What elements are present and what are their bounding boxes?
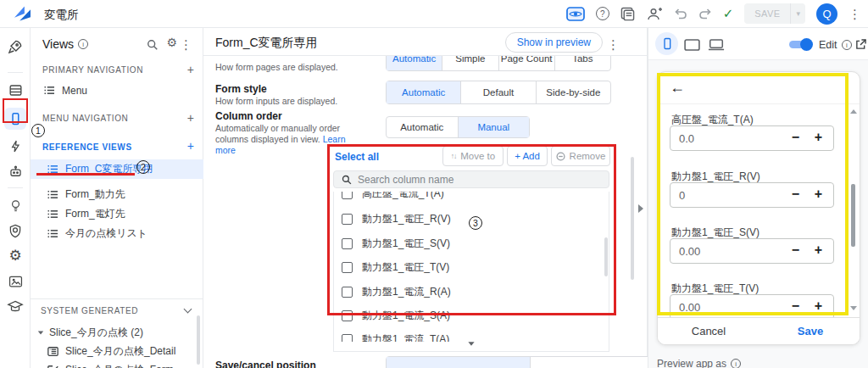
undo-icon[interactable]: [674, 8, 687, 20]
column-row[interactable]: 高圧盤_電流_T(A): [334, 192, 609, 205]
option-side-by-side[interactable]: Side-by-side: [537, 81, 610, 103]
desktop-device-button[interactable]: [708, 39, 725, 51]
option-default[interactable]: Default: [461, 81, 536, 103]
view-item-slice-form[interactable]: Slice_今月の点検_Form: [31, 360, 203, 368]
remove-column-button[interactable]: Remove: [551, 146, 610, 166]
automation-bot-icon[interactable]: [6, 162, 25, 181]
preview-scrollbar[interactable]: [851, 184, 855, 247]
option-automatic[interactable]: Automatic: [387, 56, 442, 70]
expand-group-icon[interactable]: [38, 332, 43, 335]
column-row[interactable]: 動力盤1_電流_R(A): [334, 280, 609, 304]
view-item-form-light[interactable]: Form_電灯先: [31, 204, 203, 224]
option-simple[interactable]: Simple: [442, 56, 498, 70]
column-list-scrollbar[interactable]: [604, 237, 608, 276]
column-row[interactable]: 動力盤1_電圧_S(V): [334, 231, 609, 255]
open-in-new-icon[interactable]: [855, 39, 866, 50]
scroll-up-icon[interactable]: [850, 109, 857, 114]
select-all-link[interactable]: Select all: [335, 151, 379, 163]
increment-icon[interactable]: +: [815, 130, 822, 145]
option-automatic[interactable]: Automatic: [387, 117, 459, 137]
show-in-preview-button[interactable]: Show in preview: [505, 32, 603, 53]
decrement-icon[interactable]: −: [792, 187, 799, 202]
option-automatic[interactable]: Automatic: [387, 81, 461, 103]
column-row[interactable]: 動力盤1_電圧_R(V): [334, 207, 609, 231]
preview-eye-icon[interactable]: [566, 7, 585, 21]
redo-icon[interactable]: [698, 8, 712, 20]
option-manual[interactable]: Manual: [459, 117, 530, 137]
decrement-icon[interactable]: −: [792, 243, 799, 258]
option-tabs[interactable]: Tabs: [555, 56, 610, 70]
get-started-icon[interactable]: [6, 37, 25, 56]
preview-app-as[interactable]: Preview app as i: [657, 358, 741, 368]
collapse-system-generated-icon[interactable]: [184, 305, 192, 314]
option-page-count[interactable]: Page Count: [499, 56, 555, 70]
view-item-slice-detail[interactable]: Slice_今月の点検_Detail: [31, 342, 203, 361]
cancel-button[interactable]: Cancel: [658, 318, 760, 344]
move-to-button[interactable]: ↑↓ Move to: [442, 146, 504, 166]
slice-group[interactable]: Slice_今月の点検 (2): [31, 323, 203, 343]
views-settings-icon[interactable]: ⚙: [166, 36, 177, 48]
data-icon[interactable]: [6, 81, 25, 99]
checkbox[interactable]: [342, 262, 353, 273]
phone-device-button[interactable]: [655, 32, 678, 55]
search-icon: [342, 175, 352, 185]
views-search-icon[interactable]: [147, 39, 159, 51]
list-expand-button[interactable]: [334, 342, 609, 351]
number-field[interactable]: 0.00 − +: [670, 238, 834, 264]
settings-more-icon[interactable]: ⋮: [607, 38, 620, 51]
back-arrow-icon[interactable]: ←: [670, 79, 685, 97]
column-row[interactable]: 動力盤1_電圧_T(V): [334, 255, 609, 279]
save-button[interactable]: SAVE ▾: [744, 3, 805, 24]
decrement-icon[interactable]: −: [792, 130, 799, 145]
learn-icon[interactable]: [6, 298, 25, 316]
views-more-icon[interactable]: ⋮: [180, 38, 192, 51]
increment-icon[interactable]: +: [815, 187, 822, 202]
checkbox[interactable]: [342, 214, 353, 225]
views-scrollbar[interactable]: [197, 315, 200, 365]
view-item-monthly-list[interactable]: 今月の点検リスト: [31, 224, 203, 243]
manage-icon[interactable]: [6, 272, 25, 291]
checkbox[interactable]: [342, 287, 353, 298]
column-row[interactable]: 動力盤1_電流_S(A): [334, 304, 609, 327]
view-item-form-power[interactable]: Form_動力先: [31, 185, 203, 204]
account-avatar[interactable]: Q: [816, 3, 837, 25]
decrement-icon[interactable]: −: [792, 298, 799, 314]
main-scrollbar[interactable]: [631, 157, 634, 280]
add-reference-view-button[interactable]: +: [187, 140, 194, 152]
number-field[interactable]: 0.0 − +: [670, 125, 834, 151]
edit-toggle[interactable]: [787, 39, 813, 50]
intelligence-icon[interactable]: [6, 196, 25, 215]
edit-info-icon[interactable]: i: [842, 40, 852, 50]
view-item-menu[interactable]: Menu: [31, 81, 203, 100]
scroll-down-icon[interactable]: [850, 306, 857, 310]
checkbox[interactable]: [342, 192, 353, 199]
more-options-icon[interactable]: ⋮: [849, 8, 861, 20]
security-icon[interactable]: [6, 221, 25, 240]
option-1[interactable]: [387, 357, 531, 368]
collapse-preview-arrow[interactable]: [638, 204, 643, 213]
list-view-icon: [44, 86, 55, 95]
share-add-user-icon[interactable]: [646, 8, 663, 20]
add-column-button[interactable]: + Add: [507, 146, 548, 166]
remove-circle-icon: [556, 152, 565, 161]
checkbox[interactable]: [342, 238, 353, 249]
views-icon-selected[interactable]: [4, 108, 26, 130]
settings-icon[interactable]: ⚙: [6, 246, 25, 265]
add-primary-view-button[interactable]: +: [187, 64, 194, 75]
checkbox[interactable]: [342, 310, 353, 321]
option-2[interactable]: [531, 357, 648, 368]
views-info-icon[interactable]: i: [78, 39, 88, 49]
form-save-button[interactable]: Save: [760, 318, 860, 344]
help-icon[interactable]: ?: [596, 7, 609, 20]
increment-icon[interactable]: +: [815, 243, 822, 258]
column-search-input[interactable]: [358, 174, 578, 186]
view-item-form-c[interactable]: Form_C変電所専用: [31, 159, 203, 179]
actions-icon[interactable]: [6, 137, 25, 155]
increment-icon[interactable]: +: [815, 298, 822, 314]
add-menu-view-button[interactable]: +: [187, 112, 194, 124]
tablet-device-button[interactable]: [684, 39, 700, 51]
app-gallery-icon[interactable]: [620, 7, 635, 21]
save-dropdown-icon[interactable]: ▾: [791, 9, 805, 18]
number-field[interactable]: 0.00 − +: [670, 294, 834, 319]
number-field[interactable]: 0 − +: [670, 182, 834, 208]
